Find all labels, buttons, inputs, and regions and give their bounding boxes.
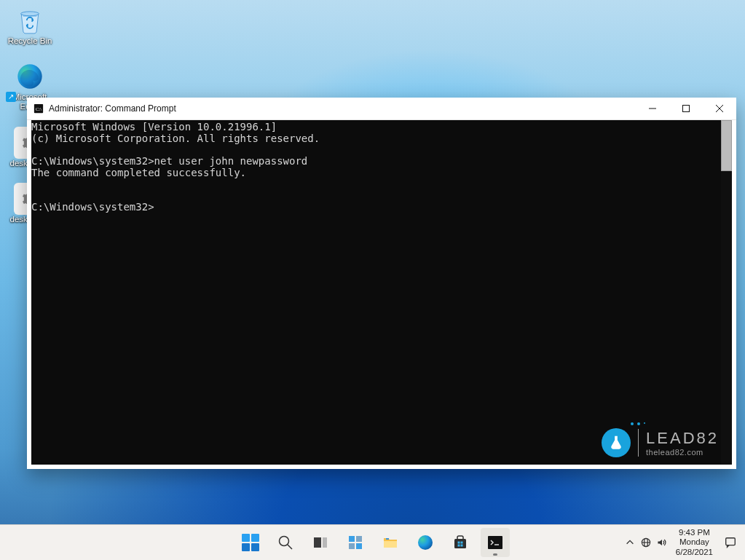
svg-point-0	[21, 12, 39, 16]
svg-text:C:\: C:\	[36, 106, 42, 112]
system-tray: 9:43 PM Monday 6/28/2021	[623, 525, 741, 560]
globe-icon	[640, 537, 652, 548]
watermark-site: thelead82.com	[646, 448, 719, 457]
search-icon	[277, 534, 294, 551]
tray-overflow-button[interactable]	[623, 536, 636, 549]
svg-rect-13	[356, 536, 362, 542]
taskbar-store-button[interactable]	[446, 528, 475, 557]
notification-icon	[724, 536, 737, 549]
svg-rect-12	[349, 536, 355, 542]
svg-rect-15	[356, 543, 362, 549]
svg-point-8	[279, 537, 288, 546]
cmd-app-icon: C:\	[33, 103, 44, 114]
taskbar-cmd-button[interactable]	[481, 528, 510, 557]
svg-rect-24	[488, 536, 502, 549]
scrollbar-thumb[interactable]	[721, 120, 732, 171]
start-button[interactable]	[236, 528, 265, 557]
tray-volume-button[interactable]	[655, 536, 669, 549]
taskbar-edge-button[interactable]	[411, 528, 440, 557]
terminal-area[interactable]: Microsoft Windows [Version 10.0.21996.1]…	[31, 120, 732, 465]
taskbar-file-explorer-button[interactable]	[376, 528, 405, 557]
svg-rect-14	[349, 543, 355, 549]
close-button[interactable]	[703, 98, 736, 119]
widgets-icon	[347, 534, 364, 551]
speaker-icon	[656, 537, 668, 548]
taskbar-center-apps	[236, 525, 510, 560]
clock-date: 6/28/2021	[676, 548, 713, 557]
taskbar-task-view-button[interactable]	[306, 528, 335, 557]
clock-time: 9:43 PM	[676, 528, 713, 537]
taskbar: 9:43 PM Monday 6/28/2021	[0, 524, 745, 560]
svg-rect-11	[323, 537, 327, 548]
svg-rect-20	[457, 542, 460, 544]
svg-line-9	[288, 545, 292, 549]
microsoft-store-icon	[452, 534, 469, 551]
window-title: Administrator: Command Prompt	[49, 103, 176, 114]
tray-network-button[interactable]	[639, 536, 653, 549]
svg-rect-21	[460, 542, 462, 544]
taskbar-clock[interactable]: 9:43 PM Monday 6/28/2021	[671, 528, 717, 557]
file-explorer-icon	[382, 534, 399, 551]
maximize-button[interactable]	[669, 98, 703, 119]
svg-point-18	[418, 535, 433, 550]
cmd-app-icon	[486, 534, 504, 551]
clock-day: Monday	[676, 537, 713, 547]
edge-browser-icon	[14, 60, 46, 92]
svg-rect-10	[314, 537, 321, 548]
svg-rect-23	[460, 545, 462, 547]
desktop-icon-recycle-bin[interactable]: Recycle Bin	[4, 4, 55, 46]
svg-rect-29	[726, 538, 736, 545]
minimize-button[interactable]	[636, 98, 669, 119]
watermark-brand: LEAD82	[646, 429, 719, 448]
svg-rect-5	[683, 106, 690, 112]
chevron-up-icon	[625, 537, 635, 548]
taskbar-search-button[interactable]	[271, 528, 300, 557]
taskbar-widgets-button[interactable]	[341, 528, 370, 557]
terminal-scrollbar[interactable]	[721, 120, 732, 465]
svg-rect-16	[384, 541, 397, 548]
task-view-icon	[312, 534, 329, 551]
titlebar[interactable]: C:\ Administrator: Command Prompt	[27, 98, 736, 120]
desktop-icon-label: Recycle Bin	[8, 36, 52, 46]
recycle-bin-icon	[14, 4, 46, 36]
windows-logo-icon	[242, 534, 259, 551]
svg-rect-17	[386, 538, 389, 540]
terminal-output: Microsoft Windows [Version 10.0.21996.1]…	[31, 120, 732, 213]
flask-icon	[602, 428, 631, 457]
tray-notifications-button[interactable]	[720, 536, 741, 549]
watermark: LEAD82 thelead82.com	[602, 428, 719, 457]
command-prompt-window[interactable]: C:\ Administrator: Command Prompt Micros…	[27, 98, 736, 469]
svg-rect-19	[454, 539, 466, 548]
edge-browser-icon	[417, 534, 434, 551]
svg-rect-22	[457, 545, 460, 547]
